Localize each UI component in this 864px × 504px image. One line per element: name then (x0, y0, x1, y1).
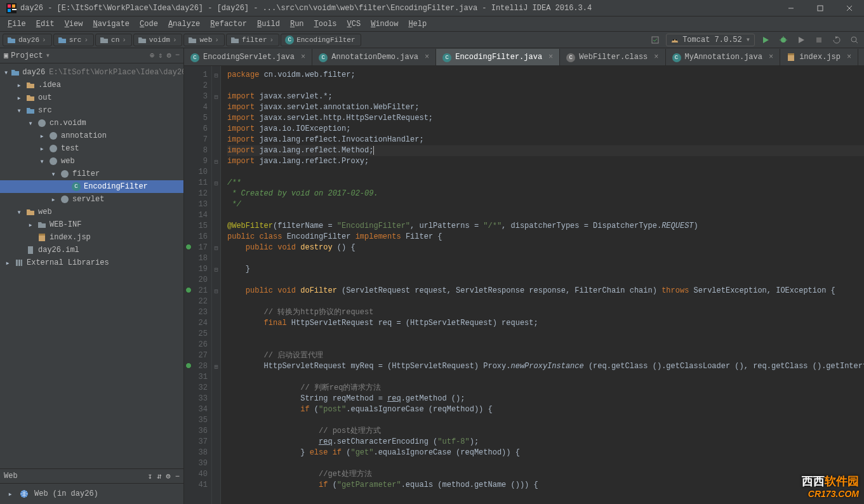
code-line[interactable]: import java.lang.reflect.Proxy; (227, 156, 864, 167)
tree-node-index-jsp[interactable]: index.jsp (0, 231, 183, 244)
menu-help[interactable]: Help (403, 18, 432, 30)
editor-tab-web-xml[interactable]: xmlweb.xml× (858, 49, 864, 65)
code-line[interactable] (227, 340, 864, 350)
code-line[interactable] (227, 210, 864, 221)
code-line[interactable]: //get处理方法 (227, 469, 864, 480)
fold-toggle[interactable]: ⊟ (212, 264, 220, 275)
maximize-button[interactable] (806, 0, 835, 17)
expand-arrow-icon[interactable]: ▸ (15, 81, 23, 90)
code-line[interactable]: public void destroy () { (227, 242, 864, 253)
menu-run[interactable]: Run (285, 18, 309, 30)
code-line[interactable]: req.setCharacterEncoding ("utf-8"); (227, 437, 864, 448)
tree-node-servlet[interactable]: ▸servlet (0, 193, 183, 206)
code-editor[interactable]: package cn.voidm.web.filter; import java… (221, 66, 864, 504)
expand-arrow-icon[interactable]: ▾ (27, 119, 34, 128)
gutter-run-icon[interactable] (185, 362, 192, 369)
code-line[interactable]: package cn.voidm.web.filter; (227, 70, 864, 81)
expand-arrow-icon[interactable]: ▸ (38, 144, 46, 154)
code-line[interactable]: import javax.servlet.http.HttpServletReq… (227, 113, 864, 124)
code-line[interactable]: import java.lang.reflect.Method; (227, 145, 864, 156)
fold-toggle[interactable]: ⊟ (212, 156, 220, 167)
project-collapse-icon[interactable]: ⇕ (158, 51, 163, 60)
expand-arrow-icon[interactable]: ▸ (38, 131, 46, 141)
tree-node-web-inf[interactable]: ▸WEB-INF (0, 218, 183, 231)
code-line[interactable]: public class EncodingFilter implements F… (227, 232, 864, 242)
code-line[interactable]: } (227, 264, 864, 275)
code-line[interactable]: // 判断req的请求方法 (227, 383, 864, 394)
code-line[interactable]: // 启动设置代理 (227, 350, 864, 361)
expand-arrow-icon[interactable]: ▾ (15, 106, 23, 116)
gutter-run-icon[interactable] (185, 287, 192, 293)
code-line[interactable]: * Created by void on 2017-02-09. (227, 189, 864, 199)
close-tab-icon[interactable]: × (769, 53, 773, 62)
menu-edit[interactable]: Edit (31, 18, 60, 30)
close-button[interactable] (835, 0, 864, 17)
code-line[interactable]: final HttpServletRequest req = (HttpServ… (227, 318, 864, 329)
run-config-selector[interactable]: Tomcat 7.0.52 ▾ (666, 34, 755, 46)
debug-button[interactable] (776, 33, 790, 47)
web-hide-icon[interactable]: − (175, 472, 180, 481)
code-line[interactable] (227, 458, 864, 469)
tree-node-day26[interactable]: ▾day26E:\ItSoft\WorkPlace\Idea\day26 (0, 66, 183, 79)
project-settings-icon[interactable]: ⚙ (167, 51, 171, 60)
tree-node-annotation[interactable]: ▸annotation (0, 129, 183, 142)
editor-tab-webfilter-class[interactable]: CWebFilter.class× (560, 49, 665, 65)
code-line[interactable]: import javax.servlet.*; (227, 91, 864, 102)
code-line[interactable]: // 转换为http协议的request (227, 307, 864, 318)
code-line[interactable]: */ (227, 199, 864, 210)
fold-toggle[interactable]: ⊟ (212, 178, 220, 189)
close-tab-icon[interactable]: × (847, 53, 851, 62)
menu-file[interactable]: File (3, 18, 31, 30)
close-tab-icon[interactable]: × (425, 53, 429, 62)
tree-node--idea[interactable]: ▸.idea (0, 79, 183, 91)
tree-node-external-libraries[interactable]: ▸External Libraries (0, 256, 183, 269)
editor-tab-index-jsp[interactable]: index.jsp× (780, 49, 858, 65)
editor-tab-encodingfilter-java[interactable]: CEncodingFilter.java× (436, 49, 560, 65)
code-line[interactable]: @WebFilter(filterName = "EncodingFilter"… (227, 221, 864, 232)
code-line[interactable] (227, 372, 864, 383)
editor-tab-encodingservlet-java[interactable]: CEncodingServlet.java× (184, 49, 312, 65)
breadcrumb-src[interactable]: src› (53, 34, 94, 46)
run-coverage-button[interactable] (794, 33, 808, 47)
expand-arrow-icon[interactable]: ▸ (27, 220, 34, 230)
update-button[interactable] (830, 33, 844, 47)
search-icon[interactable] (847, 33, 861, 47)
code-line[interactable] (227, 167, 864, 178)
menu-window[interactable]: Window (366, 18, 403, 30)
breadcrumb-voidm[interactable]: voidm› (133, 34, 183, 46)
code-line[interactable] (227, 296, 864, 307)
tree-node-filter[interactable]: ▾filter (0, 168, 183, 180)
expand-arrow-icon[interactable]: ▸ (6, 489, 14, 499)
expand-arrow-icon[interactable]: ▾ (15, 208, 23, 217)
menu-build[interactable]: Build (252, 18, 285, 30)
code-line[interactable]: HttpServletRequest myReq = (HttpServletR… (227, 361, 864, 372)
fold-toggle[interactable]: ⊟ (212, 91, 220, 102)
editor-tab-myannotation-java[interactable]: CMyAnnotation.java× (666, 49, 781, 65)
web-root-item[interactable]: ▸ Web (in day26) (4, 487, 180, 500)
tree-node-day26-iml[interactable]: day26.iml (0, 244, 183, 256)
gutter-run-icon[interactable] (185, 244, 192, 250)
code-line[interactable]: public void doFilter (ServletRequest req… (227, 286, 864, 296)
code-line[interactable] (227, 329, 864, 340)
close-tab-icon[interactable]: × (548, 53, 553, 62)
menu-refactor[interactable]: Refactor (205, 18, 252, 30)
menu-navigate[interactable]: Navigate (88, 18, 135, 30)
fold-toggle[interactable]: ⊟ (212, 242, 220, 253)
code-line[interactable]: // post处理方式 (227, 426, 864, 437)
menu-view[interactable]: View (60, 18, 88, 30)
fold-gutter[interactable]: ⊟⊟⊟⊟⊟⊟⊟⊞ (212, 66, 221, 504)
run-button[interactable] (759, 33, 773, 47)
chevron-down-icon[interactable]: ▾ (46, 51, 50, 60)
expand-arrow-icon[interactable]: ▸ (4, 258, 11, 268)
web-settings-icon[interactable]: ⚙ (166, 472, 170, 481)
breadcrumb-cn[interactable]: cn› (95, 34, 132, 46)
code-line[interactable]: String reqMethod = req.getMethod (); (227, 394, 864, 404)
expand-arrow-icon[interactable]: ▾ (38, 157, 46, 166)
fold-toggle[interactable]: ⊞ (212, 361, 220, 372)
close-tab-icon[interactable]: × (301, 53, 305, 62)
minimize-button[interactable] (776, 0, 806, 17)
tree-node-test[interactable]: ▸test (0, 142, 183, 155)
menu-analyze[interactable]: Analyze (163, 18, 205, 30)
code-line[interactable] (227, 275, 864, 286)
menu-code[interactable]: Code (135, 18, 163, 30)
